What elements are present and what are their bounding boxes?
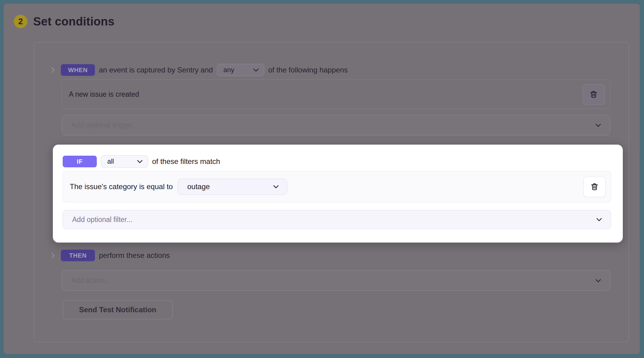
chevron-down-icon (595, 216, 603, 223)
then-text-after: perform these actions (99, 251, 170, 260)
when-badge: WHEN (61, 64, 95, 76)
page-background: 2 Set conditions WHEN an event is captur… (4, 4, 640, 354)
if-section-highlight: IF all of these filters match The issue'… (53, 145, 623, 243)
when-condition-row: A new issue is created (62, 80, 610, 109)
send-test-notification-button[interactable]: Send Test Notification (63, 300, 173, 319)
delete-condition-button[interactable] (583, 84, 605, 105)
if-match-select[interactable]: all (101, 155, 148, 168)
chevron-down-icon (595, 277, 602, 284)
filter-value-select-value: outage (187, 182, 210, 191)
filter-label: The issue's category is equal to (70, 182, 173, 191)
when-match-select-value: any (223, 66, 234, 74)
if-match-select-value: all (107, 158, 114, 165)
chevron-down-icon (136, 158, 143, 165)
conditions-panel: WHEN an event is captured by Sentry and … (34, 42, 629, 342)
step-header: 2 Set conditions (14, 15, 115, 28)
chevron-right-icon[interactable] (49, 66, 57, 74)
when-row: WHEN an event is captured by Sentry and … (34, 64, 629, 76)
step-number-badge: 2 (14, 15, 27, 28)
when-text-before: an event is captured by Sentry and (99, 66, 213, 74)
page-title: Set conditions (33, 15, 115, 28)
screenshot-frame: 2 Set conditions WHEN an event is captur… (0, 0, 644, 358)
then-row: THEN perform these actions (34, 249, 629, 262)
when-match-select[interactable]: any (217, 64, 264, 76)
chevron-right-icon[interactable] (49, 251, 57, 259)
if-text-after: of these filters match (152, 157, 220, 166)
filter-value-select[interactable]: outage (178, 179, 287, 195)
chevron-down-icon (272, 183, 280, 190)
add-optional-trigger-select[interactable]: Add optional trigger... (62, 115, 610, 135)
condition-label: A new issue is created (69, 90, 139, 99)
then-badge: THEN (61, 250, 95, 261)
add-action-select[interactable]: Add action... (62, 270, 610, 291)
if-filter-row: The issue's category is equal to outage (63, 171, 611, 202)
delete-filter-button[interactable] (583, 177, 606, 197)
chevron-down-icon (252, 66, 260, 74)
if-badge: IF (63, 156, 97, 167)
add-optional-filter-select[interactable]: Add optional filter... (63, 210, 611, 229)
add-action-placeholder: Add action... (71, 276, 111, 285)
add-optional-filter-placeholder: Add optional filter... (72, 216, 132, 224)
if-row: IF all of these filters match (63, 155, 220, 168)
chevron-down-icon (595, 122, 602, 129)
add-optional-trigger-placeholder: Add optional trigger... (71, 121, 138, 129)
when-text-after: of the following happens (268, 66, 348, 74)
